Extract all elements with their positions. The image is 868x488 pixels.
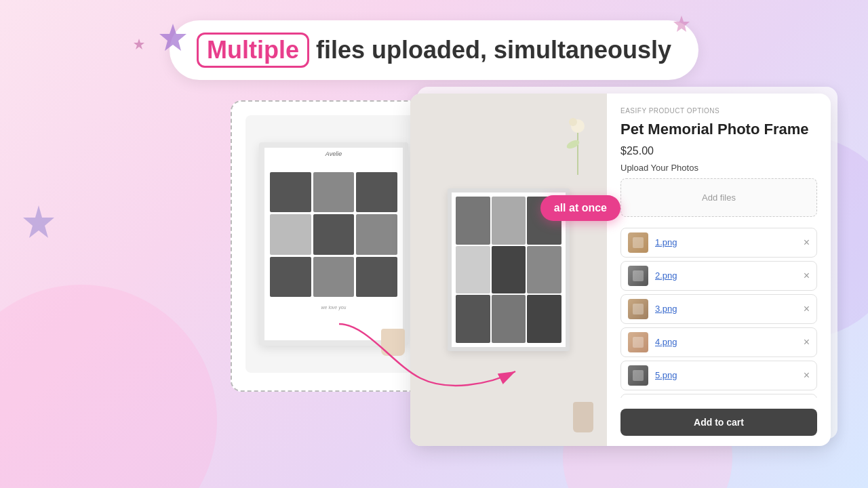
headline-rest: files uploaded, simultaneously <box>316 36 671 64</box>
content-area: Avelie we love you <box>0 94 868 392</box>
file-list-item: 4.png × <box>620 327 817 357</box>
file-name: 1.png <box>655 237 797 247</box>
right-frame-cell <box>527 295 561 343</box>
frame-cell <box>270 214 311 254</box>
frame-cell <box>356 257 397 297</box>
right-mug-decoration <box>573 402 593 432</box>
frame-name: Avelie <box>264 148 403 160</box>
right-product-details: EASIFY PRODUCT OPTIONS Pet Memorial Phot… <box>607 94 831 446</box>
right-add-to-cart-button[interactable]: Add to cart <box>620 409 817 436</box>
file-list-item: 5.png × <box>620 361 817 390</box>
frame-cell <box>356 214 397 254</box>
right-frame-cell <box>492 295 526 343</box>
right-frame-cell <box>456 295 490 343</box>
file-thumbnail <box>628 299 648 319</box>
file-list-item: 6.png × <box>620 394 817 398</box>
file-list-item: 2.png × <box>620 261 817 291</box>
right-brand-label: EASIFY PRODUCT OPTIONS <box>620 107 817 115</box>
file-name: 4.png <box>655 337 797 347</box>
right-frame-cell <box>456 246 490 294</box>
frame-grid <box>264 167 403 302</box>
headline-box: Multiple files uploaded, simultaneously <box>170 20 698 80</box>
file-list-item: 3.png × <box>620 294 817 324</box>
right-product-card: EASIFY PRODUCT OPTIONS Pet Memorial Phot… <box>410 94 831 446</box>
file-name: 3.png <box>655 304 797 314</box>
right-frame-background <box>410 94 607 446</box>
right-frame-cell <box>527 246 561 294</box>
svg-rect-16 <box>633 270 644 281</box>
file-name: 5.png <box>655 370 797 380</box>
svg-rect-19 <box>633 370 644 381</box>
file-remove-button[interactable]: × <box>804 336 810 348</box>
file-thumbnail <box>628 266 648 286</box>
files-list: 1.png × 2.png × 3.png × 4.png × 5.png <box>620 228 817 398</box>
right-upload-label: Upload Your Photos <box>620 163 817 173</box>
file-thumbnail <box>628 232 648 253</box>
right-frame-cell <box>492 246 526 294</box>
right-frame-cell <box>492 197 526 245</box>
header: Multiple files uploaded, simultaneously <box>0 0 868 94</box>
product-image: Avelie we love you <box>245 115 422 373</box>
file-remove-button[interactable]: × <box>804 237 810 249</box>
photo-frame-mockup: Avelie we love you <box>259 142 408 346</box>
right-product-price: $25.00 <box>620 145 817 157</box>
file-thumbnail <box>628 365 648 386</box>
file-name: 2.png <box>655 270 797 281</box>
file-remove-button[interactable]: × <box>804 270 810 282</box>
frame-cell <box>270 257 311 297</box>
frame-cell <box>270 172 311 212</box>
file-thumbnail <box>628 332 648 352</box>
file-remove-button[interactable]: × <box>804 303 810 315</box>
headline-multiple: Multiple <box>197 33 309 68</box>
right-product-image <box>410 94 607 446</box>
right-frame-cell <box>456 197 490 245</box>
right-plant-decoration <box>559 107 597 178</box>
frame-subtitle: we love you <box>264 302 403 312</box>
frame-cell <box>313 257 355 297</box>
svg-point-14 <box>569 118 577 126</box>
file-list-item: 1.png × <box>620 228 817 258</box>
right-product-title: Pet Memorial Photo Frame <box>620 120 817 140</box>
frame-cell <box>356 172 397 212</box>
svg-rect-15 <box>633 237 644 248</box>
frame-cell <box>313 172 355 212</box>
mug-decoration <box>381 329 405 356</box>
all-at-once-bubble: all at once <box>540 195 620 221</box>
right-add-files-label: Add files <box>702 192 736 203</box>
svg-rect-17 <box>633 304 644 314</box>
right-upload-zone[interactable]: Add files <box>620 178 817 217</box>
file-remove-button[interactable]: × <box>804 369 810 382</box>
frame-cell <box>313 214 355 254</box>
svg-rect-18 <box>633 337 644 348</box>
